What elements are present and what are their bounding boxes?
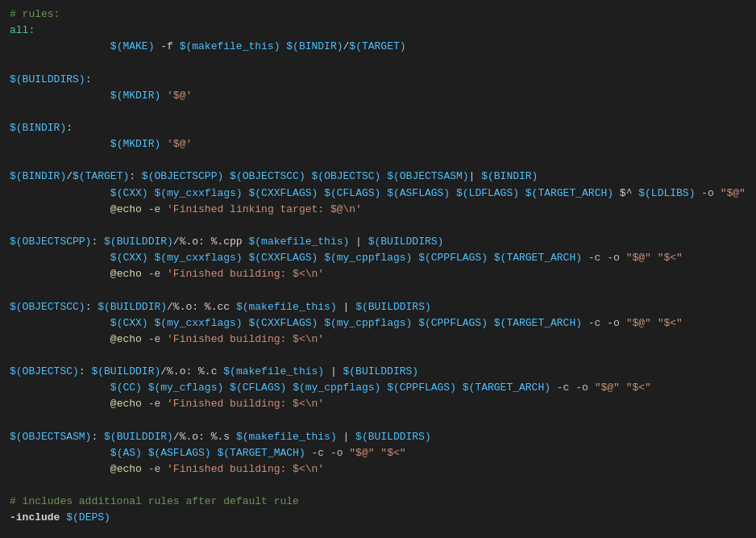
code-line: @echo -e 'Finished linking target: $@\n' bbox=[0, 202, 756, 218]
line-content: all: bbox=[10, 23, 746, 39]
code-line: # rules: bbox=[0, 6, 756, 23]
code-line: $(OBJECTSASM): $(BUILDDIR)/%.o: %.s $(ma… bbox=[0, 429, 756, 445]
code-line: $(OBJECTSCPP): $(BUILDDIR)/%.o: %.cpp $(… bbox=[0, 234, 756, 250]
line-content: $(MKDIR) '$@' bbox=[10, 136, 746, 152]
line-content: $(BINDIR): bbox=[10, 120, 746, 136]
code-line bbox=[0, 348, 756, 364]
code-line bbox=[0, 413, 756, 429]
code-line: $(BINDIR)/$(TARGET): $(OBJECTSCPP) $(OBJ… bbox=[0, 169, 756, 185]
line-content bbox=[10, 282, 746, 298]
code-line: # includes additional rules after defaul… bbox=[0, 494, 756, 510]
line-content: $(OBJECTSCPP): $(BUILDDIR)/%.o: %.cpp $(… bbox=[10, 234, 746, 250]
line-content: $(CXX) $(my_cxxflags) $(CXXFLAGS) $(my_c… bbox=[10, 250, 746, 266]
line-content: # includes additional rules after defaul… bbox=[10, 494, 746, 510]
code-line: @echo -e 'Finished building: $<\n' bbox=[0, 332, 756, 348]
line-content: @echo -e 'Finished building: $<\n' bbox=[10, 396, 746, 412]
code-line: $(OBJECTSC): $(BUILDDIR)/%.o: %.c $(make… bbox=[0, 364, 756, 380]
code-line: -include $(DEPS) bbox=[0, 510, 756, 526]
code-line bbox=[0, 152, 756, 169]
code-line bbox=[0, 218, 756, 234]
line-content bbox=[10, 218, 746, 234]
line-content bbox=[10, 152, 746, 169]
line-content bbox=[10, 527, 746, 539]
line-content: $(BINDIR)/$(TARGET): $(OBJECTSCPP) $(OBJ… bbox=[10, 169, 746, 185]
code-line: $(OBJECTSCC): $(BUILDDIR)/%.o: %.cc $(ma… bbox=[0, 299, 756, 315]
line-content: $(MAKE) -f $(makefile_this) $(BINDIR)/$(… bbox=[10, 39, 746, 55]
line-content: # rules: bbox=[10, 6, 746, 23]
line-content bbox=[10, 55, 746, 71]
code-line: $(CXX) $(my_cxxflags) $(CXXFLAGS) $(my_c… bbox=[0, 250, 756, 266]
code-line: @echo -e 'Finished building: $<\n' bbox=[0, 461, 756, 478]
line-content bbox=[10, 104, 746, 120]
line-content: -include $(DEPS) bbox=[10, 510, 746, 526]
line-content: $(OBJECTSCC): $(BUILDDIR)/%.o: %.cc $(ma… bbox=[10, 299, 746, 315]
code-line: $(AS) $(ASFLAGS) $(TARGET_MACH) -c -o "$… bbox=[0, 445, 756, 461]
line-content: $(OBJECTSC): $(BUILDDIR)/%.o: %.c $(make… bbox=[10, 364, 746, 380]
code-line: $(MKDIR) '$@' bbox=[0, 88, 756, 104]
code-line: $(CXX) $(my_cxxflags) $(CXXFLAGS) $(CFLA… bbox=[0, 186, 756, 202]
code-line: $(MAKE) -f $(makefile_this) $(BINDIR)/$(… bbox=[0, 39, 756, 55]
line-content: @echo -e 'Finished linking target: $@\n' bbox=[10, 202, 746, 218]
code-editor: # rules:all: $(MAKE) -f $(makefile_this)… bbox=[0, 0, 756, 538]
code-line: $(CXX) $(my_cxxflags) $(CXXFLAGS) $(my_c… bbox=[0, 315, 756, 332]
line-content: $(MKDIR) '$@' bbox=[10, 88, 746, 104]
code-line bbox=[0, 478, 756, 494]
line-content: @echo -e 'Finished building: $<\n' bbox=[10, 266, 746, 282]
code-line: all: bbox=[0, 23, 756, 39]
line-content: $(OBJECTSASM): $(BUILDDIR)/%.o: %.s $(ma… bbox=[10, 429, 746, 445]
code-line: $(CC) $(my_cflags) $(CFLAGS) $(my_cppfla… bbox=[0, 380, 756, 396]
code-line: $(MKDIR) '$@' bbox=[0, 136, 756, 152]
line-content: @echo -e 'Finished building: $<\n' bbox=[10, 461, 746, 478]
line-content bbox=[10, 413, 746, 429]
code-line bbox=[0, 55, 756, 71]
line-content bbox=[10, 478, 746, 494]
code-line bbox=[0, 282, 756, 298]
line-content: $(CXX) $(my_cxxflags) $(CXXFLAGS) $(my_c… bbox=[10, 315, 746, 332]
line-content: $(CXX) $(my_cxxflags) $(CXXFLAGS) $(CFLA… bbox=[10, 186, 746, 202]
code-line: @echo -e 'Finished building: $<\n' bbox=[0, 266, 756, 282]
code-line: @echo -e 'Finished building: $<\n' bbox=[0, 396, 756, 412]
code-line: $(BINDIR): bbox=[0, 120, 756, 136]
line-content: $(BUILDDIRS): bbox=[10, 72, 746, 88]
line-content: $(AS) $(ASFLAGS) $(TARGET_MACH) -c -o "$… bbox=[10, 445, 746, 461]
line-content: $(CC) $(my_cflags) $(CFLAGS) $(my_cppfla… bbox=[10, 380, 746, 396]
code-line bbox=[0, 104, 756, 120]
line-content: @echo -e 'Finished building: $<\n' bbox=[10, 332, 746, 348]
line-content bbox=[10, 348, 746, 364]
code-line: $(BUILDDIRS): bbox=[0, 72, 756, 88]
code-line bbox=[0, 527, 756, 539]
